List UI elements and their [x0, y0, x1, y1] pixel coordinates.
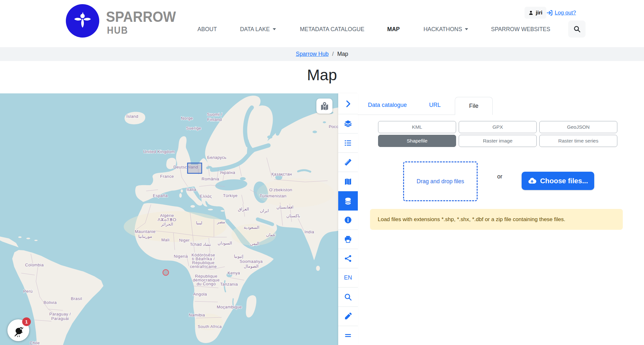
map-label: Bolivia [43, 300, 57, 305]
map-canvas[interactable]: ÍslandNorgeSuomi /FinlandSverigeРоссияUn… [0, 93, 338, 345]
map-label: Mali [161, 237, 169, 242]
user-chip[interactable]: jiri [525, 7, 546, 19]
nav-item-label: ABOUT [198, 25, 217, 33]
map-label: Chile [30, 341, 40, 345]
map-label: باكستان [287, 213, 300, 218]
person-icon [528, 10, 534, 15]
map-label: Tanzania [220, 282, 238, 287]
nav-item-metadata-catalogue[interactable]: METADATA CATALOGUE [300, 25, 365, 33]
map-label: Sverige [186, 126, 201, 131]
map-selection-rectangle[interactable] [188, 163, 202, 173]
nav-item-data-lake[interactable]: DATA LAKE [240, 25, 276, 33]
toolbar-language-button[interactable]: EN [338, 268, 358, 288]
nav-item-label: HACKATHONS [423, 25, 462, 33]
map-label: مصر [216, 220, 225, 225]
map-label: موريتانيا [138, 234, 152, 239]
equals-icon [344, 332, 352, 340]
world-map: ÍslandNorgeSuomi /FinlandSverigeРоссияUn… [0, 93, 338, 345]
tab-file[interactable]: File [455, 97, 493, 115]
choose-files-label: Choose files... [540, 177, 588, 185]
map-label: اليمن [250, 241, 260, 246]
toolbar-measure-button[interactable] [338, 153, 358, 172]
map-label: Finland [207, 117, 222, 122]
map-point-marker[interactable] [163, 270, 169, 275]
file-type-raster-image[interactable]: Raster image [459, 135, 537, 147]
nav-item-sparrow-websites[interactable]: SPARROW WEBSITES [491, 25, 550, 33]
chevron-right-icon [344, 100, 352, 108]
map-label: Україна [220, 170, 235, 175]
database-icon [344, 197, 352, 205]
list-icon [344, 139, 352, 147]
tab-url[interactable]: URL [429, 102, 441, 108]
map-label: France [160, 174, 174, 179]
map-label: السودان [218, 241, 232, 246]
printer-icon [344, 235, 352, 243]
pencil-icon [344, 312, 352, 320]
header-search-button[interactable] [568, 21, 586, 38]
map-label: Soomaaliya [240, 259, 263, 264]
toolbar-info-button[interactable] [338, 211, 358, 230]
toolbar-share-button[interactable] [338, 249, 358, 268]
map-label: centrafricaine [190, 264, 217, 269]
breadcrumb-home-link[interactable]: Sparrow Hub [296, 51, 329, 57]
logo-title: SPARROW [106, 8, 176, 25]
toolbar-data-sources-button[interactable] [338, 191, 358, 211]
breadcrumb-separator: / [332, 51, 334, 57]
sparrow-logo[interactable] [66, 4, 99, 38]
info-icon [344, 216, 352, 224]
toolbar-print-button[interactable] [338, 230, 358, 249]
tab-data-catalogue[interactable]: Data catalogue [368, 102, 407, 108]
file-type-kml[interactable]: KML [378, 121, 456, 133]
map-icon [344, 177, 352, 185]
toolbar-legend-button[interactable] [338, 134, 358, 153]
chevron-down-icon [273, 28, 276, 30]
toolbar-basemap-button[interactable] [338, 172, 358, 191]
map-label: Brasil [71, 296, 82, 301]
toolbar-more-menu-button[interactable] [338, 326, 358, 345]
logout-link[interactable]: Log out? [555, 10, 576, 16]
file-type-geojson[interactable]: GeoJSON [539, 121, 617, 133]
map-label: Kenya [228, 271, 240, 275]
map-label: الصومال [244, 264, 259, 269]
map-label: Mauritanie [135, 229, 156, 234]
nav-item-hackathons[interactable]: HACKATHONS [423, 25, 468, 33]
map-label: Türkiye [223, 193, 237, 198]
chevron-down-icon [465, 28, 468, 30]
logout-icon [546, 10, 553, 16]
breadcrumb-current: Map [337, 51, 348, 57]
map-label: Paraguái [51, 316, 69, 321]
nav-item-about[interactable]: ABOUT [198, 25, 217, 33]
nav-item-map[interactable]: MAP [387, 25, 400, 33]
logout[interactable]: Log out? [546, 7, 576, 19]
username: jiri [536, 10, 543, 16]
map-label: Tchad تشاد [190, 242, 211, 247]
basemap-picker-button[interactable] [316, 99, 332, 114]
nav-item-label: SPARROW WEBSITES [491, 25, 550, 33]
language-label: EN [344, 274, 352, 281]
map-label: عمان [266, 232, 276, 237]
file-type-shapefile[interactable]: Shapefile [378, 135, 456, 147]
toolbar-draw-button[interactable] [338, 307, 358, 326]
map-label: India [304, 229, 314, 234]
file-type-raster-time-series[interactable]: Raster time series [539, 135, 617, 147]
toolbar-expand-panel-button[interactable] [338, 93, 358, 114]
file-type-gpx[interactable]: GPX [459, 121, 537, 133]
map-toolbar: EN [338, 93, 358, 345]
map-label: Perú [23, 289, 32, 294]
map-label: السعودية [244, 225, 260, 230]
file-type-buttons: KMLGPXGeoJSONShapefileRaster imageRaster… [378, 121, 617, 147]
choose-files-button[interactable]: Choose files... [522, 172, 594, 190]
map-label: O'zbekiston [269, 187, 292, 192]
dropzone[interactable]: Drag and drop files [403, 161, 478, 201]
map-label: Namibia [189, 313, 205, 317]
toolbar-map-search-button[interactable] [338, 288, 358, 307]
map-label: ⴷⵣⴰⵢⴻⵔ [158, 217, 177, 222]
layers-icon [344, 120, 352, 128]
map-label: افغانستان [277, 205, 294, 210]
ruler-icon [344, 158, 352, 166]
map-label: United Kingdom [143, 149, 175, 154]
nav-item-label: MAP [387, 25, 400, 33]
map-label: România [202, 177, 219, 181]
cloud-upload-icon [528, 177, 536, 185]
toolbar-layers-button[interactable] [338, 114, 358, 134]
